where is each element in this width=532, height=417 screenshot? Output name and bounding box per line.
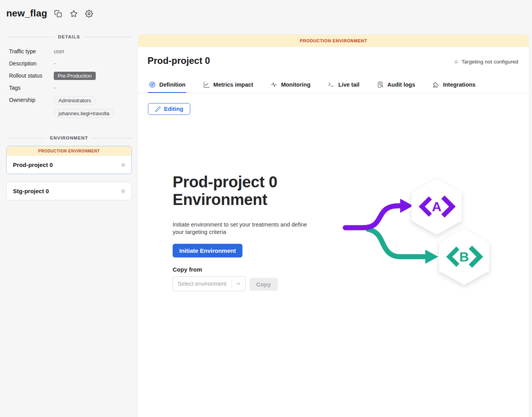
environment-title-row: Prod-project 0 Targeting not configured bbox=[138, 47, 529, 77]
main-panel: PRODUCTION ENVIRONMENT Prod-project 0 Ta… bbox=[138, 34, 529, 417]
status-dot bbox=[121, 189, 125, 193]
copy-from-label: Copy from bbox=[173, 266, 202, 273]
production-environment-banner: PRODUCTION ENVIRONMENT bbox=[7, 146, 131, 156]
ab-split-illustration: A B bbox=[341, 176, 494, 289]
status-dot bbox=[121, 163, 125, 167]
variant-a-hexagon: A bbox=[412, 178, 462, 235]
tab-label: Metrics impact bbox=[213, 82, 253, 88]
empty-state-heading-line1: Prod-project 0 bbox=[173, 173, 277, 191]
tab-metrics-impact[interactable]: Metrics impact bbox=[202, 77, 254, 93]
copy-from-select[interactable]: Select environment bbox=[173, 276, 246, 291]
owner-pill[interactable]: Administrators bbox=[54, 96, 96, 105]
select-placeholder: Select environment bbox=[173, 281, 231, 287]
initiate-environment-button[interactable]: Initiate Environment bbox=[173, 244, 242, 257]
variant-a-letter: A bbox=[432, 199, 442, 214]
tab-definition[interactable]: Definition bbox=[148, 77, 186, 93]
star-icon[interactable] bbox=[70, 10, 78, 18]
rollout-status-label: Rollout status bbox=[9, 72, 54, 80]
editing-button-label: Editing bbox=[164, 106, 183, 112]
editing-button[interactable]: Editing bbox=[148, 103, 190, 115]
environment-section-heading: ENVIRONMENT bbox=[6, 136, 132, 140]
traffic-type-value: user bbox=[54, 47, 64, 56]
environment-card-name: Stg-project 0 bbox=[13, 188, 49, 194]
tags-row: Tags - bbox=[0, 82, 138, 94]
environment-card-name: Prod-project 0 bbox=[13, 161, 53, 168]
rollout-status-badge: Pre-Production bbox=[54, 72, 96, 80]
tags-value: - bbox=[54, 84, 56, 92]
tab-integrations[interactable]: Integrations bbox=[432, 77, 476, 93]
document-search-icon bbox=[377, 81, 384, 88]
description-value: - bbox=[54, 60, 56, 68]
variant-b-hexagon: B bbox=[439, 228, 489, 285]
ownership-label: Ownership bbox=[9, 96, 54, 104]
traffic-type-label: Traffic type bbox=[9, 47, 54, 56]
tab-label: Live tail bbox=[338, 82, 359, 88]
pulse-icon bbox=[270, 81, 277, 88]
description-label: Description bbox=[9, 60, 54, 68]
rollout-status-row: Rollout status Pre-Production bbox=[0, 70, 138, 82]
flag-name-title: new_flag bbox=[6, 8, 47, 19]
targeting-status-label: Targeting not configured bbox=[461, 59, 518, 65]
tab-bar: Definition Metrics impact Monitoring Liv… bbox=[138, 77, 529, 93]
tab-label: Definition bbox=[159, 82, 186, 88]
tab-monitoring[interactable]: Monitoring bbox=[270, 77, 311, 93]
tab-label: Integrations bbox=[443, 82, 476, 88]
sidebar: DETAILS Traffic type user Description - … bbox=[0, 31, 138, 200]
empty-state-description: Initiate environment to set your treatme… bbox=[173, 221, 319, 236]
variant-b-path bbox=[368, 229, 426, 257]
empty-state-heading: Prod-project 0 Environment bbox=[173, 173, 277, 208]
pencil-icon bbox=[155, 106, 161, 112]
variant-a-path bbox=[345, 206, 401, 228]
empty-state-heading-line2: Environment bbox=[173, 191, 277, 208]
target-icon bbox=[149, 81, 156, 88]
environment-card-prod[interactable]: PRODUCTION ENVIRONMENT Prod-project 0 bbox=[6, 146, 132, 174]
ownership-row: Ownership Administrators johannes.liegl+… bbox=[0, 94, 138, 120]
app-header: new_flag bbox=[0, 0, 532, 31]
details-rows: Traffic type user Description - Rollout … bbox=[0, 45, 138, 120]
tab-label: Monitoring bbox=[281, 82, 310, 88]
tab-live-tail[interactable]: Live tail bbox=[327, 77, 360, 93]
tags-label: Tags bbox=[9, 84, 54, 92]
tab-label: Audit logs bbox=[387, 82, 415, 88]
production-environment-banner: PRODUCTION ENVIRONMENT bbox=[138, 34, 529, 47]
page: { "header": { "flag_name": "new_flag", "… bbox=[0, 0, 532, 417]
status-dot bbox=[454, 60, 458, 64]
chart-icon bbox=[203, 81, 210, 88]
environment-title: Prod-project 0 bbox=[148, 56, 210, 66]
variant-a-arrowhead bbox=[400, 199, 413, 213]
description-row: Description - bbox=[0, 58, 138, 70]
tab-audit-logs[interactable]: Audit logs bbox=[376, 77, 416, 93]
copy-icon[interactable] bbox=[54, 10, 62, 18]
variant-b-letter: B bbox=[459, 249, 469, 264]
targeting-status: Targeting not configured bbox=[454, 59, 518, 65]
gear-icon[interactable] bbox=[85, 10, 93, 18]
copy-button[interactable]: Copy bbox=[250, 278, 278, 291]
definition-content: Editing Prod-project 0 Environment Initi… bbox=[138, 93, 529, 417]
terminal-icon bbox=[328, 81, 335, 88]
variant-b-arrowhead bbox=[425, 250, 438, 264]
puzzle-icon bbox=[432, 81, 439, 88]
owner-pill[interactable]: johannes.liegl+travolta bbox=[54, 109, 114, 118]
chevron-down-icon bbox=[232, 281, 245, 286]
details-section-heading: DETAILS bbox=[6, 34, 132, 39]
environment-card-stg[interactable]: Stg-project 0 bbox=[6, 182, 132, 200]
traffic-type-row: Traffic type user bbox=[0, 45, 138, 58]
